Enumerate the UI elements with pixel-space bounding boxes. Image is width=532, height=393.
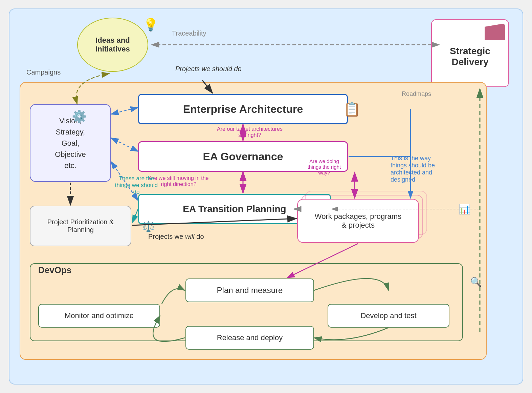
gov-label: EA Governance xyxy=(203,150,283,163)
are-target-annotation: Are our target architectures still right… xyxy=(216,126,284,138)
monitor-optimize-box: Monitor and optimize xyxy=(38,304,160,328)
bulb-icon: 💡 xyxy=(143,18,158,32)
monitor-label: Monitor and optimize xyxy=(65,311,134,320)
plan-measure-box: Plan and measure xyxy=(185,278,314,302)
helm-icon: ⚙️ xyxy=(51,107,108,126)
are-we-doing-annotation: Are we doing things the right way? xyxy=(304,158,345,175)
campaigns-label: Campaigns xyxy=(26,68,61,76)
release-deploy-box: Release and deploy xyxy=(185,326,314,350)
traceability-label: Traceability xyxy=(172,29,206,37)
develop-test-box: Develop and test xyxy=(328,304,449,328)
project-label: Project Prioritization & Planning xyxy=(47,218,114,234)
vision-box: ⚙️ Vision, Strategy, Goal, Objective etc… xyxy=(30,104,111,182)
ea-icon: 📋 xyxy=(343,101,360,117)
enterprise-architecture-box: Enterprise Architecture 📋 xyxy=(138,94,348,124)
roadmaps-label: Roadmaps xyxy=(402,90,431,98)
strategic-delivery-icon xyxy=(485,23,505,40)
projects-will-label: Projects we will do xyxy=(148,233,204,241)
strategic-delivery-label: Strategic Delivery xyxy=(450,39,490,67)
these-are-annotation: These are the things we should do xyxy=(114,175,158,195)
plan-label: Plan and measure xyxy=(217,286,283,295)
release-label: Release and deploy xyxy=(217,333,283,342)
work-label: Work packages, programs & projects xyxy=(315,212,401,230)
work-packages-box: Work packages, programs & projects 🗂️ xyxy=(297,199,419,243)
projects-should-text: Projects we should do xyxy=(175,65,242,73)
diagram-container: Traceability Ideas and Initiatives 💡 Str… xyxy=(9,8,523,385)
transition-label: EA Transition Planning xyxy=(183,204,286,214)
project-prioritization-box: Project Prioritization & Planning ⚖️ xyxy=(30,206,131,246)
ea-label: Enterprise Architecture xyxy=(183,103,303,116)
ideas-label: Ideas and Initiatives xyxy=(95,36,130,54)
strategic-delivery-box: Strategic Delivery xyxy=(431,19,509,87)
ideas-cloud: Ideas and Initiatives xyxy=(77,18,148,72)
search-icon: 🔍 xyxy=(470,276,482,288)
projects-should-label: Projects we should do xyxy=(175,65,242,73)
develop-label: Develop and test xyxy=(360,311,416,320)
devops-label: DevOps xyxy=(38,265,71,275)
this-is-the-annotation: This is the way things should be archite… xyxy=(391,155,445,183)
